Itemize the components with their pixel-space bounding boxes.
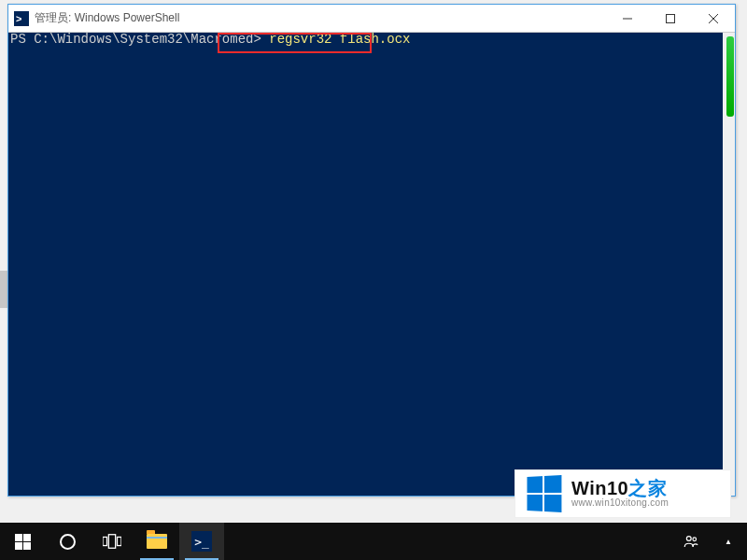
svg-point-12 <box>693 538 697 541</box>
watermark-text: Win10之家 www.win10xitong.com <box>571 479 669 509</box>
windows-start-icon <box>15 534 31 550</box>
svg-rect-5 <box>23 534 31 541</box>
prompt-text: PS C:\Windows\System32\Macromed> <box>10 32 269 47</box>
svg-rect-9 <box>108 535 115 549</box>
svg-rect-4 <box>15 534 22 541</box>
windows-logo-icon <box>515 476 571 511</box>
file-explorer-icon <box>147 534 167 549</box>
watermark-title: Win10之家 <box>571 479 669 498</box>
powershell-icon <box>14 11 29 26</box>
maximize-button[interactable] <box>649 5 692 32</box>
task-view-button[interactable] <box>90 523 134 560</box>
titlebar[interactable]: 管理员: Windows PowerShell <box>8 5 735 33</box>
taskbar: >_ ▲ <box>0 523 747 560</box>
scrollbar-thumb[interactable] <box>726 36 734 117</box>
start-button[interactable] <box>0 523 45 560</box>
system-tray: ▲ <box>672 523 747 560</box>
watermark-url: www.win10xitong.com <box>571 498 669 509</box>
svg-rect-8 <box>103 537 107 545</box>
minimize-button[interactable] <box>606 5 649 32</box>
window-controls <box>606 5 735 32</box>
tray-overflow-button[interactable]: ▲ <box>710 523 747 560</box>
command-text: regsvr32 flash.ocx <box>269 32 410 47</box>
svg-rect-7 <box>23 542 31 550</box>
people-icon <box>683 533 699 550</box>
people-button[interactable] <box>672 523 710 560</box>
file-explorer-taskbar-button[interactable] <box>134 523 179 560</box>
powershell-window: 管理员: Windows PowerShell PS C:\Windows\Sy… <box>7 4 736 497</box>
watermark: Win10之家 www.win10xitong.com <box>515 470 730 517</box>
terminal-area: PS C:\Windows\System32\Macromed> regsvr3… <box>8 33 735 496</box>
window-title: 管理员: Windows PowerShell <box>35 10 179 26</box>
window-icon <box>8 11 35 26</box>
svg-rect-6 <box>15 542 22 550</box>
svg-point-11 <box>686 537 691 541</box>
cortana-icon <box>60 534 76 550</box>
powershell-taskbar-icon: >_ <box>191 531 212 552</box>
cortana-button[interactable] <box>45 523 90 560</box>
scrollbar-track[interactable] <box>723 33 735 496</box>
terminal[interactable]: PS C:\Windows\System32\Macromed> regsvr3… <box>8 33 723 496</box>
svg-rect-1 <box>667 14 675 22</box>
svg-rect-10 <box>117 537 121 545</box>
background-grey-sliver <box>0 271 7 308</box>
powershell-taskbar-button[interactable]: >_ <box>179 523 224 560</box>
task-view-icon <box>103 534 121 549</box>
chevron-up-icon: ▲ <box>725 538 732 546</box>
close-button[interactable] <box>692 5 735 32</box>
